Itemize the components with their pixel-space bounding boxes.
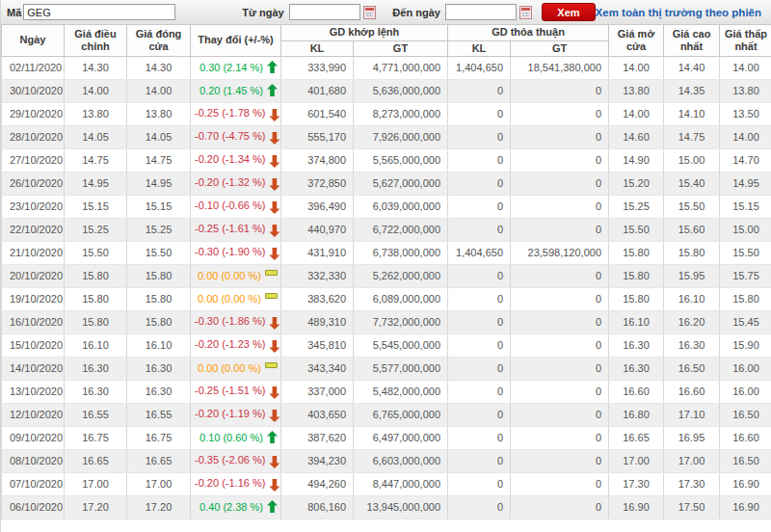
group-header-matched-orders: GD khớp lệnh [281,25,448,40]
cell-low-price: 16.00 [720,357,771,380]
cell-matched-volume: 403,650 [281,403,354,426]
cell-matched-volume: 372,850 [281,172,354,195]
cell-change: -0.25 (-1.51 %) [191,380,281,403]
cell-matched-value: 6,765,000,000 [354,403,448,426]
calendar-icon[interactable] [363,6,376,19]
cell-close-price: 14.30 [127,56,191,79]
col-header-matched-volume: KL [281,40,354,56]
cell-negotiated-volume: 0 [448,472,511,495]
cell-close-price: 16.30 [127,357,191,380]
from-date-label: Từ ngày [242,7,283,18]
cell-open-price: 16.80 [609,403,664,426]
cell-date: 28/10/2020 [2,125,65,148]
symbol-label: Mã [7,7,21,18]
symbol-input[interactable] [23,4,175,20]
cell-negotiated-volume: 0 [448,218,511,241]
change-value: 0.10 (0.60 %) [199,432,263,443]
cell-adjusted-price: 16.30 [65,380,127,403]
cell-date: 19/10/2020 [2,287,65,310]
cell-date: 14/10/2020 [2,357,65,380]
cell-low-price: 13.80 [720,79,771,102]
cell-close-price: 13.80 [127,102,191,125]
cell-close-price: 16.75 [127,426,191,449]
change-direction-icon [265,293,278,299]
cell-matched-volume: 383,620 [281,287,354,310]
cell-matched-value: 8,273,000,000 [354,102,448,125]
change-value: 0.00 (0.00 %) [198,270,261,281]
cell-high-price: 15.60 [664,218,720,241]
table-row: 15/10/2020 16.10 16.10 -0.20 (-1.23 %) 3… [2,333,771,357]
cell-high-price: 16.50 [664,357,720,380]
cell-negotiated-volume: 0 [448,102,511,125]
cell-negotiated-value: 23,598,120,000 [511,241,609,264]
cell-open-price: 13.80 [609,79,664,102]
cell-low-price: 16.90 [720,472,771,495]
cell-change: 0.30 (2.14 %) [191,56,281,79]
cell-high-price: 15.50 [664,195,720,218]
cell-matched-volume: 555,170 [281,125,354,148]
to-date-label: Đến ngày [392,7,440,18]
table-row: 21/10/2020 15.50 15.50 -0.30 (-1.90 %) 4… [2,241,771,264]
table-row: 19/10/2020 15.80 15.80 0.00 (0.00 %) 383… [2,287,771,310]
cell-close-price: 14.05 [127,125,191,148]
change-direction-icon [269,317,279,330]
cell-matched-value: 7,732,000,000 [354,310,448,333]
from-date-input[interactable] [289,4,360,20]
cell-high-price: 17.50 [664,495,720,519]
cell-matched-value: 8,447,000,000 [354,472,448,495]
cell-negotiated-value: 0 [511,172,609,195]
cell-close-price: 16.55 [127,403,191,426]
cell-date: 13/10/2020 [2,380,65,403]
cell-close-price: 16.30 [127,380,191,403]
change-direction-icon [267,84,278,96]
col-header-date: Ngày [2,25,65,56]
cell-high-price: 17.10 [664,403,720,426]
cell-negotiated-value: 0 [511,495,609,519]
cell-adjusted-price: 13.80 [65,102,127,125]
cell-adjusted-price: 16.65 [65,449,127,472]
cell-low-price: 14.00 [720,56,771,79]
change-value: -0.70 (-4.75 %) [195,130,265,142]
table-row: 08/10/2020 16.65 16.65 -0.35 (-2.06 %) 3… [2,449,771,472]
cell-change: -0.20 (-1.16 %) [191,472,281,495]
cell-matched-volume: 601,540 [281,102,354,125]
cell-date: 06/10/2020 [2,495,65,519]
change-value: -0.35 (-2.06 %) [195,454,265,466]
change-direction-icon [269,132,279,145]
cell-negotiated-volume: 0 [448,380,511,403]
cell-high-price: 16.95 [664,426,720,449]
cell-high-price: 16.20 [664,310,720,333]
cell-matched-value: 4,771,000,000 [354,56,448,79]
cell-date: 21/10/2020 [2,241,65,264]
calendar-icon[interactable] [519,6,532,19]
view-button[interactable]: Xem [542,3,595,21]
cell-high-price: 15.00 [664,148,720,172]
table-row: 26/10/2020 14.95 14.95 -0.20 (-1.32 %) 3… [2,172,771,195]
to-date-input[interactable] [445,4,517,20]
change-direction-icon [269,178,279,191]
col-header-negotiated-value: GT [511,40,609,56]
cell-high-price: 17.00 [664,449,720,472]
table-row: 12/10/2020 16.55 16.55 -0.20 (-1.19 %) 4… [2,403,771,426]
cell-change: -0.70 (-4.75 %) [191,125,281,148]
cell-negotiated-volume: 0 [448,357,511,380]
cell-close-price: 15.80 [127,287,191,310]
change-value: -0.20 (-1.16 %) [195,477,265,489]
cell-open-price: 14.00 [609,56,664,79]
cell-high-price: 17.30 [664,472,720,495]
table-row: 14/10/2020 16.30 16.30 0.00 (0.00 %) 343… [2,357,771,380]
market-overview-link[interactable]: Xem toàn thị trường theo phiên [596,7,761,18]
cell-change: -0.30 (-1.86 %) [191,310,281,333]
cell-change: -0.10 (-0.66 %) [191,195,281,218]
cell-matched-value: 6,089,000,000 [354,287,448,310]
cell-change: -0.20 (-1.23 %) [191,333,281,357]
cell-low-price: 15.00 [720,218,771,241]
cell-low-price: 16.60 [720,426,771,449]
cell-open-price: 16.10 [609,310,664,333]
cell-high-price: 14.10 [664,102,720,125]
cell-negotiated-value: 0 [511,125,609,148]
cell-matched-volume: 345,810 [281,333,354,357]
cell-change: 0.00 (0.00 %) [191,357,281,380]
cell-close-price: 14.75 [127,148,191,172]
cell-open-price: 14.90 [609,148,664,172]
